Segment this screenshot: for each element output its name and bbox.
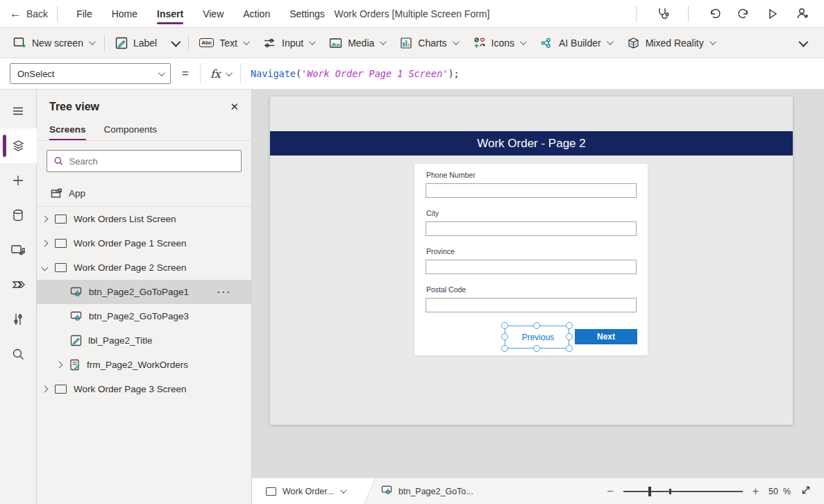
tab-screens[interactable]: Screens xyxy=(49,120,86,140)
mixed-reality-menu-button[interactable]: Mixed Reality xyxy=(619,31,722,55)
redo-icon[interactable] xyxy=(731,3,756,25)
chevron-right-icon[interactable] xyxy=(56,362,63,369)
insert-icon[interactable] xyxy=(0,163,37,198)
search-input[interactable] xyxy=(69,156,235,167)
property-dropdown[interactable]: OnSelect xyxy=(10,63,171,84)
left-rail xyxy=(0,90,37,504)
media-icon[interactable] xyxy=(0,233,37,267)
tree-view-header: Tree view ✕ xyxy=(37,90,251,120)
media-menu-button[interactable]: Media xyxy=(321,31,392,55)
tree-item-screen[interactable]: Work Orders List Screen xyxy=(37,207,251,231)
chevron-right-icon[interactable] xyxy=(42,240,49,247)
control-breadcrumb[interactable]: btn_Page2_GoTo... xyxy=(381,485,473,498)
menu-file[interactable]: File xyxy=(67,2,102,26)
chevron-down-icon[interactable] xyxy=(42,264,49,271)
resize-handle[interactable] xyxy=(533,345,540,352)
phone-number-input[interactable] xyxy=(426,183,637,198)
screen-title-text: Work Order - Page 2 xyxy=(477,137,586,151)
app-checker-icon[interactable] xyxy=(650,3,675,25)
main-area: Tree view ✕ Screens Components App Work … xyxy=(0,90,824,504)
chevron-right-icon[interactable] xyxy=(42,386,49,393)
next-button[interactable]: Next xyxy=(575,329,637,344)
resize-handle[interactable] xyxy=(501,333,508,340)
power-automate-icon[interactable] xyxy=(0,267,37,302)
label-dropdown-chevron-icon[interactable] xyxy=(171,37,181,47)
tree-item-control[interactable]: lbl_Page2_Title xyxy=(37,328,251,353)
tree-item-app[interactable]: App xyxy=(37,180,251,207)
tree-item-control[interactable]: btn_Page2_GoToPage1 ··· xyxy=(37,280,251,304)
menu-action[interactable]: Action xyxy=(233,2,280,26)
fx-dropdown[interactable]: fx xyxy=(200,63,241,84)
zoom-out-button[interactable]: − xyxy=(607,485,613,498)
resize-handle[interactable] xyxy=(501,345,508,352)
insert-ribbon: New screen Label Abc Text Input Media Ch… xyxy=(0,28,824,58)
advanced-tools-icon[interactable] xyxy=(0,302,37,337)
tree-view-panel: Tree view ✕ Screens Components App Work … xyxy=(37,90,252,504)
resize-handle[interactable] xyxy=(566,322,573,329)
menu-settings[interactable]: Settings xyxy=(280,2,335,26)
preview-play-icon[interactable] xyxy=(760,3,785,25)
resize-handle[interactable] xyxy=(566,345,573,352)
topbar-actions xyxy=(627,3,814,25)
menu-home[interactable]: Home xyxy=(102,2,147,26)
search-icon[interactable] xyxy=(0,337,37,371)
slider-track xyxy=(623,491,743,492)
tree-item-control[interactable]: frm_Page2_WorkOrders xyxy=(37,353,251,377)
previous-button[interactable]: Previous xyxy=(512,330,564,345)
postal-code-input[interactable] xyxy=(426,298,637,312)
menu-icon[interactable] xyxy=(0,94,37,128)
text-menu-button[interactable]: Abc Text xyxy=(192,31,255,55)
tree-item-screen[interactable]: Work Order Page 3 Screen xyxy=(37,377,251,401)
ai-builder-menu-button[interactable]: AI Builder xyxy=(532,31,619,55)
divider xyxy=(636,6,637,22)
zoom-slider[interactable] xyxy=(623,487,743,496)
menu-insert[interactable]: Insert xyxy=(147,2,193,26)
search-icon xyxy=(53,156,64,167)
chevron-down-icon xyxy=(520,38,527,45)
resize-handle[interactable] xyxy=(566,333,573,340)
data-icon[interactable] xyxy=(0,198,37,233)
tree-search-box[interactable] xyxy=(47,150,242,172)
screen-breadcrumb-dropdown[interactable]: Work Order... xyxy=(252,478,362,504)
chevron-right-icon[interactable] xyxy=(42,216,49,223)
divider xyxy=(188,35,189,51)
work-order-form[interactable]: Phone Number City Province Postal Code P… xyxy=(414,164,648,355)
input-menu-button[interactable]: Input xyxy=(255,31,321,55)
back-arrow-icon: ← xyxy=(10,7,22,21)
charts-menu-button[interactable]: Charts xyxy=(392,31,464,55)
canvas-area[interactable]: Work Order - Page 2 Phone Number City Pr… xyxy=(252,90,824,478)
resize-handle[interactable] xyxy=(501,322,508,329)
close-icon[interactable]: ✕ xyxy=(230,101,239,113)
city-input[interactable] xyxy=(426,221,637,236)
ribbon-overflow-chevron-icon[interactable] xyxy=(798,37,808,47)
icons-menu-button[interactable]: Icons xyxy=(465,31,532,55)
menu-view[interactable]: View xyxy=(193,2,233,26)
resize-handle[interactable] xyxy=(533,322,540,329)
new-screen-button[interactable]: New screen xyxy=(6,31,101,55)
ai-builder-icon xyxy=(540,37,553,49)
slider-thumb[interactable] xyxy=(648,487,651,496)
mixed-reality-icon xyxy=(627,37,640,49)
tree-item-screen[interactable]: Work Order Page 1 Screen xyxy=(37,231,251,255)
form-control-icon xyxy=(69,359,81,371)
share-person-icon[interactable] xyxy=(789,3,814,25)
undo-icon[interactable] xyxy=(702,3,727,25)
back-button[interactable]: ← Back xyxy=(10,7,48,21)
chevron-down-icon xyxy=(452,38,459,45)
app-screen[interactable]: Work Order - Page 2 Phone Number City Pr… xyxy=(270,96,793,425)
tree-item-control[interactable]: btn_Page2_GoToPage3 xyxy=(37,304,251,328)
tree-view-icon[interactable] xyxy=(0,128,37,163)
label-pencil-icon xyxy=(115,37,128,49)
divider xyxy=(688,6,689,22)
field-label: Postal Code xyxy=(426,285,466,294)
fit-to-window-icon[interactable] xyxy=(800,485,812,498)
label-button[interactable]: Label xyxy=(108,31,165,55)
abc-icon: Abc xyxy=(199,38,214,47)
formula-input[interactable]: Navigate('Work Order Page 1 Screen'); xyxy=(251,68,460,79)
tab-components[interactable]: Components xyxy=(104,120,158,140)
zoom-in-button[interactable]: + xyxy=(752,485,759,498)
screen-title-label[interactable]: Work Order - Page 2 xyxy=(270,131,793,156)
more-options-icon[interactable]: ··· xyxy=(217,287,232,297)
tree-item-screen[interactable]: Work Order Page 2 Screen xyxy=(37,255,251,280)
province-input[interactable] xyxy=(426,260,637,274)
